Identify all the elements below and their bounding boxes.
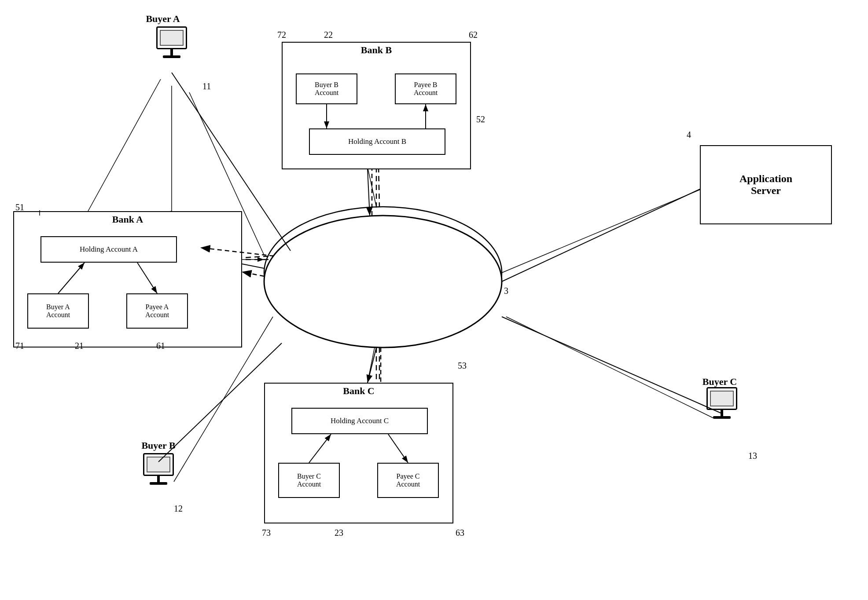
svg-line-16: [368, 339, 376, 383]
svg-line-22: [379, 167, 379, 207]
buyer-c-screen: [710, 391, 734, 406]
svg-line-43: [502, 189, 700, 282]
ref-12: 12: [174, 504, 183, 514]
svg-line-48: [88, 79, 161, 211]
buyer-c-monitor: [706, 387, 737, 410]
bank-b-arrows: [283, 43, 472, 170]
ref-62: 62: [469, 30, 478, 40]
buyer-c-base: [713, 416, 731, 419]
app-server-label: Application Server: [739, 173, 792, 197]
buyer-b-base: [150, 482, 167, 485]
ref-61: 61: [156, 341, 165, 351]
bank-b-box: Bank B Buyer B Account Payee B Account H…: [282, 42, 471, 169]
buyer-b-screen: [147, 457, 170, 472]
ref-4: 4: [687, 130, 691, 140]
ref-53: 53: [458, 361, 467, 371]
ref-72: 72: [277, 30, 286, 40]
buyer-a-label: Buyer A: [123, 13, 202, 25]
ref-21: 21: [75, 341, 84, 351]
svg-line-29: [58, 263, 85, 293]
ref-51: 51: [15, 202, 24, 212]
svg-line-41: [368, 348, 376, 383]
ref-71: 71: [15, 341, 24, 351]
ref-52: 52: [476, 114, 485, 124]
buyer-b-computer: [136, 453, 180, 485]
svg-line-39: [502, 317, 722, 413]
bank-c-box: Bank C Holding Account C Buyer C Account…: [264, 383, 453, 523]
buyer-a-computer: [150, 26, 194, 58]
bank-a-arrows: [14, 212, 243, 348]
svg-point-36: [264, 216, 502, 348]
ref-11: 11: [202, 81, 211, 91]
svg-line-15: [368, 167, 376, 207]
ref-63: 63: [456, 528, 464, 538]
svg-line-17: [502, 189, 701, 273]
buyer-b-stand: [157, 476, 160, 482]
svg-line-46: [242, 272, 264, 276]
buyer-c-stand: [721, 410, 723, 416]
app-server-box: Application Server: [700, 145, 832, 224]
buyer-b-label: Buyer B: [119, 440, 198, 451]
svg-line-13: [506, 317, 713, 418]
buyer-a-monitor: [156, 26, 187, 49]
buyer-b-monitor: [143, 453, 174, 476]
buyer-c-label: Buyer C: [680, 376, 759, 388]
buyer-c-computer: [700, 387, 744, 419]
diagram: Bank B Buyer B Account Payee B Account H…: [0, 0, 868, 600]
ref-13: 13: [748, 451, 757, 461]
buyer-a-base: [163, 55, 180, 58]
buyer-a-stand: [170, 49, 173, 55]
svg-line-40: [368, 169, 370, 216]
ref-3: 3: [504, 286, 508, 296]
svg-line-33: [388, 434, 408, 463]
ref-22: 22: [324, 30, 333, 40]
buyer-a-screen: [160, 30, 184, 46]
ref-73: 73: [262, 528, 271, 538]
svg-line-42: [242, 264, 264, 268]
svg-line-30: [137, 263, 157, 293]
network-label: Network: [335, 260, 431, 274]
bank-a-box: Bank A Holding Account A Buyer A Account…: [13, 211, 242, 348]
bank-c-arrows: [265, 384, 454, 524]
ref-23: 23: [335, 528, 343, 538]
svg-line-32: [309, 434, 331, 463]
